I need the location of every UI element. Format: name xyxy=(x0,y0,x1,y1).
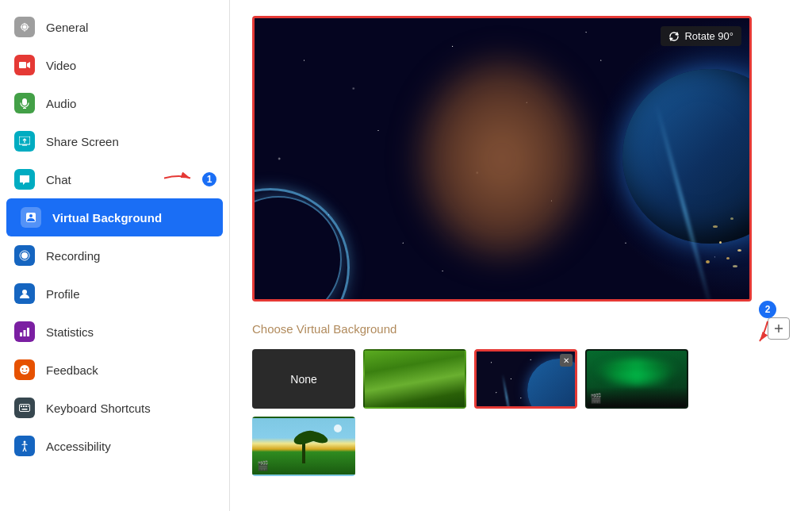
chat-icon xyxy=(14,169,35,190)
profile-icon xyxy=(14,283,35,304)
bg-thumb-space[interactable]: ✕ xyxy=(474,349,577,409)
preview-background xyxy=(255,18,749,299)
face-blur-overlay xyxy=(415,56,589,262)
svg-point-18 xyxy=(20,365,29,375)
feedback-icon xyxy=(14,359,35,380)
chat-badge: 1 xyxy=(201,171,218,188)
sidebar-label-chat: Chat xyxy=(46,173,71,186)
sidebar-item-profile[interactable]: Profile xyxy=(0,275,229,313)
svg-point-12 xyxy=(21,252,28,259)
keyboard-icon xyxy=(14,398,35,418)
statistics-icon xyxy=(14,321,35,342)
svg-point-11 xyxy=(29,214,33,217)
earth-right xyxy=(591,16,749,299)
sidebar-label-virtual-background: Virtual Background xyxy=(52,211,162,225)
annotation-badge-2: 2 xyxy=(759,301,776,318)
sidebar-label-recording: Recording xyxy=(46,249,100,263)
svg-rect-24 xyxy=(25,405,27,407)
general-icon xyxy=(14,17,35,37)
share-screen-icon xyxy=(14,131,35,152)
sidebar-label-video: Video xyxy=(46,59,76,72)
svg-rect-25 xyxy=(28,405,29,407)
sidebar-item-audio[interactable]: Audio xyxy=(0,84,229,122)
svg-rect-3 xyxy=(19,62,26,68)
bg-thumb-beach[interactable]: 🎬 xyxy=(252,417,355,476)
beach-video-icon: 🎬 xyxy=(257,460,269,471)
rotate-button[interactable]: Rotate 90° xyxy=(661,26,741,46)
bg-none-label: None xyxy=(290,373,316,386)
sidebar-item-keyboard-shortcuts[interactable]: Keyboard Shortcuts xyxy=(0,389,229,427)
svg-rect-26 xyxy=(22,409,28,410)
sidebar-item-recording[interactable]: Recording xyxy=(0,236,229,275)
sidebar-item-virtual-background[interactable]: Virtual Background xyxy=(6,198,223,236)
accessibility-icon xyxy=(14,436,35,456)
sidebar: General Video Audio xyxy=(0,0,230,511)
bg-thumb-none[interactable]: None xyxy=(252,349,355,409)
svg-rect-15 xyxy=(20,332,22,336)
sidebar-item-accessibility[interactable]: Accessibility xyxy=(0,427,229,465)
sidebar-item-share-screen[interactable]: Share Screen xyxy=(0,122,229,160)
sidebar-label-feedback: Feedback xyxy=(46,363,98,377)
plus-icon xyxy=(773,323,784,334)
sidebar-item-feedback[interactable]: Feedback xyxy=(0,351,229,389)
sidebar-item-statistics[interactable]: Statistics xyxy=(0,313,229,351)
svg-rect-16 xyxy=(24,330,26,336)
rotate-icon xyxy=(668,31,680,42)
svg-point-20 xyxy=(26,368,28,370)
svg-rect-21 xyxy=(20,405,30,412)
background-grid: None ✕ 🎬 xyxy=(252,349,790,476)
earth-left xyxy=(255,16,350,299)
choose-header: Choose Virtual Background 2 xyxy=(252,317,790,340)
preview-container: Rotate 90° xyxy=(252,16,752,302)
svg-rect-22 xyxy=(21,405,22,407)
audio-icon xyxy=(14,93,35,113)
bg-thumb-grass[interactable] xyxy=(363,349,466,409)
sidebar-item-general[interactable]: General xyxy=(0,8,229,46)
choose-title: Choose Virtual Background xyxy=(252,322,396,336)
svg-rect-17 xyxy=(27,328,29,336)
add-background-button[interactable] xyxy=(768,317,790,340)
recording-icon xyxy=(14,245,35,266)
virtual-background-icon xyxy=(21,207,41,228)
sidebar-label-accessibility: Accessibility xyxy=(46,440,111,453)
svg-point-27 xyxy=(24,441,26,444)
main-content: Rotate 90° Choose Virtual Background 2 xyxy=(230,0,812,511)
svg-point-2 xyxy=(23,25,26,29)
svg-point-14 xyxy=(22,290,27,294)
video-icon xyxy=(14,55,35,75)
sidebar-label-audio: Audio xyxy=(46,97,76,110)
bg-thumb-aurora[interactable]: 🎬 xyxy=(585,349,688,409)
rotate-label: Rotate 90° xyxy=(684,30,733,42)
aurora-video-icon: 🎬 xyxy=(590,393,602,404)
svg-rect-23 xyxy=(23,405,25,407)
sidebar-label-profile: Profile xyxy=(46,287,80,301)
svg-point-19 xyxy=(22,368,24,370)
sidebar-label-keyboard-shortcuts: Keyboard Shortcuts xyxy=(46,402,151,415)
sidebar-label-general: General xyxy=(46,21,88,34)
space-close-badge[interactable]: ✕ xyxy=(560,354,573,367)
sidebar-label-statistics: Statistics xyxy=(46,325,94,339)
choose-section: Choose Virtual Background 2 xyxy=(252,317,790,476)
sidebar-label-share-screen: Share Screen xyxy=(46,135,119,148)
sidebar-item-chat[interactable]: Chat 1 xyxy=(0,160,229,198)
sidebar-item-video[interactable]: Video xyxy=(0,46,229,84)
